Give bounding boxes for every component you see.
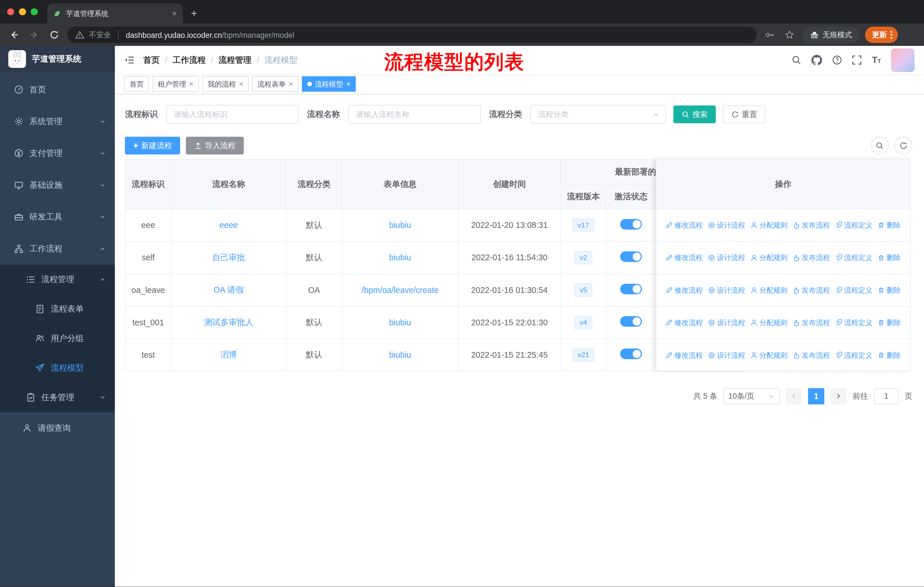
sidebar-item-leave-query[interactable]: 请假查询 [0, 412, 115, 444]
action-edit-link[interactable]: 修改流程 [666, 318, 703, 327]
action-assign-link[interactable]: 分配规则 [751, 253, 788, 262]
font-size-icon[interactable]: TT [872, 55, 881, 65]
breadcrumb-item-workflow[interactable]: 工作流程 [173, 55, 206, 66]
active-toggle[interactable] [620, 251, 642, 262]
form-info-link[interactable]: biubiu [389, 350, 411, 359]
tag-tenant-management[interactable]: 租户管理× [153, 76, 199, 91]
action-delete-link[interactable]: 删除 [878, 351, 901, 360]
action-assign-link[interactable]: 分配规则 [751, 351, 788, 360]
import-process-button[interactable]: 导入流程 [186, 137, 243, 154]
close-icon[interactable]: × [239, 80, 243, 88]
refresh-button[interactable] [894, 137, 912, 154]
tag-home[interactable]: 首页 [124, 76, 149, 91]
action-design-link[interactable]: 设计流程 [708, 351, 745, 360]
update-button[interactable]: 更新 [865, 26, 898, 43]
form-info-link[interactable]: /bpm/oa/leave/create [361, 286, 439, 294]
action-definition-link[interactable]: 流程定义 [835, 253, 873, 262]
process-name-link[interactable]: 测试多审批人 [204, 317, 254, 327]
breadcrumb-item-process-management[interactable]: 流程管理 [219, 55, 251, 66]
search-icon[interactable] [791, 55, 802, 65]
create-process-button[interactable]: + 新建流程 [125, 137, 180, 154]
minimize-window-button[interactable] [19, 8, 26, 15]
close-window-button[interactable] [7, 8, 14, 15]
back-button[interactable] [7, 28, 21, 42]
action-design-link[interactable]: 设计流程 [708, 220, 745, 230]
action-design-link[interactable]: 设计流程 [708, 253, 745, 262]
breadcrumb-item-home[interactable]: 首页 [143, 55, 160, 66]
action-publish-link[interactable]: 发布流程 [793, 286, 830, 295]
sidebar-item-task-management[interactable]: 任务管理 [0, 383, 115, 412]
action-edit-link[interactable]: 修改流程 [666, 220, 703, 230]
process-name-link[interactable]: 滔博 [220, 350, 237, 359]
sidebar-item-process-form[interactable]: 流程表单 [0, 294, 115, 324]
action-assign-link[interactable]: 分配规则 [751, 286, 788, 295]
sidebar-logo[interactable]: 芋道管理系统 [0, 46, 115, 72]
action-definition-link[interactable]: 流程定义 [835, 220, 873, 230]
prev-page-button[interactable] [785, 388, 802, 405]
action-definition-link[interactable]: 流程定义 [835, 286, 873, 295]
action-design-link[interactable]: 设计流程 [708, 286, 745, 295]
page-1-button[interactable]: 1 [808, 388, 825, 405]
category-select[interactable]: 流程分类 [530, 105, 666, 124]
active-toggle[interactable] [620, 284, 642, 294]
action-delete-link[interactable]: 删除 [878, 253, 901, 262]
active-toggle[interactable] [620, 219, 642, 230]
action-definition-link[interactable]: 流程定义 [835, 318, 873, 327]
action-publish-link[interactable]: 发布流程 [793, 253, 830, 262]
close-icon[interactable]: × [346, 80, 351, 88]
close-icon[interactable]: × [289, 80, 293, 88]
close-icon[interactable]: × [189, 80, 194, 88]
goto-page-input[interactable] [874, 388, 899, 405]
new-tab-button[interactable]: + [191, 7, 197, 20]
sidebar-item-process-model[interactable]: 流程模型 [0, 353, 115, 383]
process-name-link[interactable]: 自己审批 [212, 253, 245, 262]
form-info-link[interactable]: biubiu [389, 318, 411, 327]
action-assign-link[interactable]: 分配规则 [751, 318, 788, 327]
process-name-link[interactable]: eeee [219, 220, 238, 230]
fullscreen-icon[interactable] [852, 55, 862, 65]
menu-dots-icon[interactable] [891, 31, 892, 39]
sidebar-item-payment[interactable]: 支付管理 [0, 137, 115, 169]
page-size-select[interactable]: 10条/页 [723, 388, 780, 405]
process-name-input[interactable] [348, 105, 481, 124]
fold-sidebar-button[interactable] [124, 55, 135, 65]
github-icon[interactable] [812, 55, 822, 65]
form-info-link[interactable]: biubiu [389, 253, 411, 262]
browser-tab[interactable]: 芋道管理系统 × [47, 3, 183, 23]
tag-my-process[interactable]: 我的流程× [203, 76, 249, 91]
process-key-input[interactable] [166, 105, 299, 124]
forward-button[interactable] [27, 28, 41, 42]
sidebar-item-devtools[interactable]: 研发工具 [0, 201, 115, 233]
key-icon[interactable] [762, 28, 777, 42]
active-toggle[interactable] [620, 316, 642, 327]
action-edit-link[interactable]: 修改流程 [666, 253, 703, 262]
star-icon[interactable] [782, 28, 797, 42]
action-edit-link[interactable]: 修改流程 [666, 351, 703, 360]
form-info-link[interactable]: biubiu [389, 220, 411, 230]
action-definition-link[interactable]: 流程定义 [835, 351, 873, 360]
action-assign-link[interactable]: 分配规则 [751, 220, 788, 230]
search-button[interactable]: 搜索 [673, 106, 716, 123]
address-bar[interactable]: 不安全 dashboard.yudao.iocoder.cn/bpm/manag… [67, 26, 757, 43]
action-design-link[interactable]: 设计流程 [708, 318, 745, 327]
action-publish-link[interactable]: 发布流程 [793, 318, 830, 327]
tag-process-form[interactable]: 流程表单× [252, 76, 299, 91]
active-toggle[interactable] [620, 349, 642, 359]
action-publish-link[interactable]: 发布流程 [793, 220, 830, 230]
zoom-window-button[interactable] [31, 8, 38, 15]
reset-button[interactable]: 重置 [723, 106, 765, 123]
sidebar-item-user-group[interactable]: 用户分组 [0, 324, 115, 353]
toggle-search-button[interactable] [871, 137, 889, 154]
process-name-link[interactable]: OA 请假 [213, 285, 244, 294]
sidebar-item-workflow[interactable]: 工作流程 [0, 233, 115, 265]
action-publish-link[interactable]: 发布流程 [793, 351, 830, 360]
next-page-button[interactable] [830, 388, 847, 405]
sidebar-item-infrastructure[interactable]: 基础设施 [0, 169, 115, 201]
action-delete-link[interactable]: 删除 [878, 286, 901, 295]
tab-close-icon[interactable]: × [172, 10, 177, 18]
action-edit-link[interactable]: 修改流程 [666, 286, 703, 295]
avatar[interactable] [891, 48, 914, 72]
action-delete-link[interactable]: 删除 [878, 220, 901, 230]
tag-process-model[interactable]: 流程模型× [302, 76, 356, 91]
action-delete-link[interactable]: 删除 [878, 318, 901, 327]
